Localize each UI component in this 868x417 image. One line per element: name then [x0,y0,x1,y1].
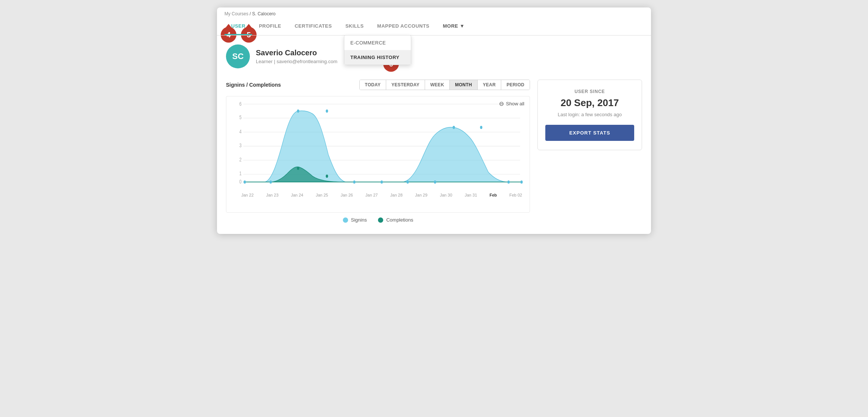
chart-section: Signins / Completions TODAY YESTERDAY WE… [226,80,530,223]
svg-text:3: 3 [239,142,242,149]
x-label-jan30: Jan 30 [440,193,452,197]
breadcrumb-current: S. Calocero [252,11,276,16]
x-label-jan28: Jan 28 [390,193,403,197]
tab-mapped-accounts[interactable]: MAPPED ACCOUNTS [371,18,436,35]
x-label-jan31: Jan 31 [465,193,477,197]
legend-completions-label: Completions [386,217,413,223]
svg-text:2: 2 [239,156,242,163]
user-details: Saverio Calocero Learner | saverio@efron… [256,49,337,64]
x-label-jan26: Jan 26 [341,193,353,197]
tabs-container: USER PROFILE CERTIFICATES SKILLS MAPPED … [217,18,651,35]
svg-point-21 [434,180,436,183]
chart-header: Signins / Completions TODAY YESTERDAY WE… [226,80,530,90]
user-role: Learner [256,59,273,64]
svg-point-24 [508,180,510,183]
time-btn-today[interactable]: TODAY [360,80,386,90]
legend-completions: Completions [378,217,413,223]
svg-text:6: 6 [239,101,242,107]
legend-signins: Signins [343,217,367,223]
tab-certificates[interactable]: CERTIFICATES [288,18,339,35]
user-since-label: USER SINCE [545,89,634,94]
tab-profile[interactable]: PROFILE [252,18,288,35]
chevron-down-icon: ▼ [460,23,465,29]
svg-text:4: 4 [239,128,242,135]
legend-signins-dot [343,217,348,223]
dropdown-item-ecommerce[interactable]: E-COMMERCE [344,35,411,50]
chart-area: ⊖ Show all 0 1 2 3 4 [226,96,530,213]
chart-title: Signins / Completions [226,82,281,88]
svg-point-20 [406,180,409,183]
svg-point-14 [244,180,246,183]
svg-point-27 [326,174,328,177]
x-labels: Jan 22 Jan 23 Jan 24 Jan 25 Jan 26 Jan 2… [238,193,526,197]
svg-point-19 [381,180,383,183]
x-label-jan29: Jan 29 [415,193,427,197]
user-since-date: 20 Sep, 2017 [545,97,634,109]
x-label-jan22: Jan 22 [241,193,254,197]
x-label-jan25: Jan 25 [316,193,328,197]
user-role-email: Learner | saverio@efrontlearning.com [256,59,337,64]
last-login-value: a few seconds ago [581,112,621,117]
chart-svg: 0 1 2 3 4 5 6 [238,100,526,190]
svg-point-15 [270,180,272,183]
more-label: MORE [443,23,458,29]
more-dropdown: E-COMMERCE TRAINING HISTORY [344,35,411,65]
breadcrumb-parent[interactable]: My Courses [224,11,248,16]
time-btn-period[interactable]: PERIOD [501,80,530,90]
user-name: Saverio Calocero [256,49,337,57]
legend-completions-dot [378,217,383,223]
right-panel: USER SINCE 20 Sep, 2017 Last login: a fe… [537,80,642,223]
avatar-initials: SC [232,52,244,61]
svg-text:1: 1 [239,170,242,177]
svg-point-16 [297,109,299,112]
svg-point-22 [453,126,455,129]
legend-signins-label: Signins [351,217,367,223]
svg-point-17 [326,109,328,112]
tab-user[interactable]: USER [224,18,252,35]
x-label-feb: Feb [490,193,497,197]
svg-point-18 [353,180,356,183]
time-buttons: TODAY YESTERDAY WEEK MONTH YEAR PERIOD [359,80,530,90]
time-btn-year[interactable]: YEAR [478,80,502,90]
last-login: Last login: a few seconds ago [545,112,634,117]
user-info: SC Saverio Calocero Learner | saverio@ef… [217,35,651,76]
x-label-feb02: Feb 02 [509,193,522,197]
export-stats-button[interactable]: EXPORT STATS [545,125,634,141]
breadcrumb: My Courses / S. Calocero [217,7,651,18]
tab-skills[interactable]: SKILLS [339,18,371,35]
svg-point-26 [297,167,299,170]
x-label-jan24: Jan 24 [291,193,303,197]
svg-text:5: 5 [239,114,242,120]
stats-card: USER SINCE 20 Sep, 2017 Last login: a fe… [537,80,642,150]
time-btn-yesterday[interactable]: YESTERDAY [386,80,425,90]
user-email: saverio@efrontlearning.com [276,59,337,64]
time-btn-month[interactable]: MONTH [450,80,478,90]
x-label-jan23: Jan 23 [266,193,278,197]
show-all-label: Show all [506,101,524,106]
show-all-button[interactable]: ⊖ Show all [499,100,524,107]
last-login-label: Last login: [558,112,580,117]
time-btn-week[interactable]: WEEK [425,80,450,90]
svg-point-25 [520,180,523,183]
zoom-out-icon: ⊖ [499,100,504,107]
dropdown-item-training-history[interactable]: TRAINING HISTORY [344,50,411,65]
chart-legend: Signins Completions [226,217,530,223]
tabs: USER PROFILE CERTIFICATES SKILLS MAPPED … [224,18,644,35]
avatar: SC [226,44,250,68]
svg-point-23 [480,126,482,129]
main-content: Signins / Completions TODAY YESTERDAY WE… [217,76,651,234]
tab-more[interactable]: MORE ▼ [436,18,471,35]
svg-text:0: 0 [239,179,242,185]
x-label-jan27: Jan 27 [365,193,378,197]
